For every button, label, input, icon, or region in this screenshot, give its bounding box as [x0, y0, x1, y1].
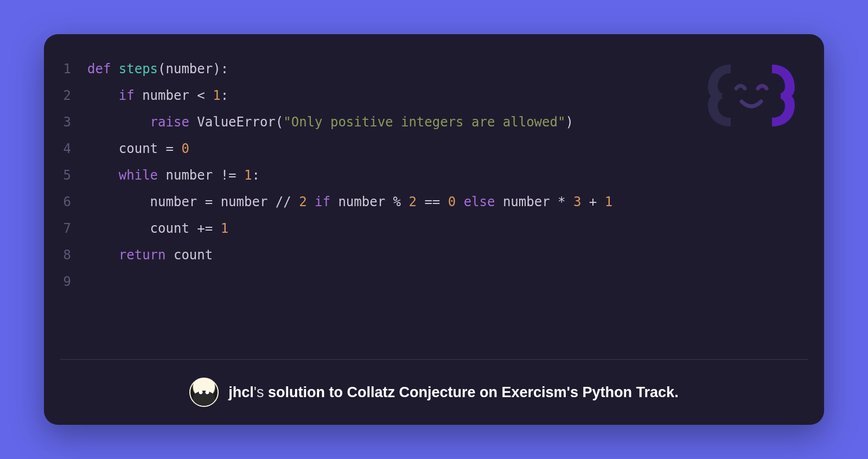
code-line: 9 — [60, 269, 808, 295]
exercism-logo-icon — [703, 57, 800, 133]
line-number: 9 — [60, 269, 87, 295]
line-number: 5 — [60, 162, 87, 189]
code-content: raise ValueError("Only positive integers… — [87, 109, 573, 136]
track-name: Python Track. — [583, 384, 679, 400]
line-number: 8 — [60, 242, 87, 269]
line-number: 6 — [60, 189, 87, 215]
line-number: 4 — [60, 136, 87, 162]
caption-text — [578, 384, 583, 400]
line-number: 1 — [60, 56, 87, 82]
code-content: return count — [87, 242, 213, 269]
caption-text: solution to — [268, 384, 343, 400]
line-number: 7 — [60, 215, 87, 242]
caption: jhcl's solution to Collatz Conjecture on… — [228, 384, 678, 401]
caption-text — [343, 384, 347, 400]
code-content: if number < 1: — [87, 82, 228, 109]
line-number: 2 — [60, 82, 87, 109]
avatar — [189, 378, 219, 407]
username: jhcl — [228, 384, 254, 400]
code-line: 6 number = number // 2 if number % 2 == … — [60, 189, 808, 215]
code-line: 1def steps(number): — [60, 56, 808, 82]
caption-text — [476, 384, 480, 400]
caption-text: on Exercism's — [480, 384, 578, 400]
exercise-name: Collatz Conjecture — [347, 384, 476, 400]
code-area: 1def steps(number):2 if number < 1:3 rai… — [44, 34, 824, 359]
code-line: 8 return count — [60, 242, 808, 269]
code-content: count += 1 — [87, 215, 228, 242]
line-number: 3 — [60, 109, 87, 136]
code-line: 2 if number < 1: — [60, 82, 808, 109]
caption-text: 's — [254, 384, 268, 400]
code-line: 3 raise ValueError("Only positive intege… — [60, 109, 808, 136]
code-line: 5 while number != 1: — [60, 162, 808, 189]
code-content: count = 0 — [87, 136, 189, 162]
code-card: 1def steps(number):2 if number < 1:3 rai… — [44, 34, 824, 425]
code-content: while number != 1: — [87, 162, 260, 189]
code-block: 1def steps(number):2 if number < 1:3 rai… — [60, 56, 808, 295]
code-content: def steps(number): — [87, 56, 228, 82]
code-line: 4 count = 0 — [60, 136, 808, 162]
code-content: number = number // 2 if number % 2 == 0 … — [87, 189, 612, 215]
footer: jhcl's solution to Collatz Conjecture on… — [44, 360, 824, 425]
code-line: 7 count += 1 — [60, 215, 808, 242]
